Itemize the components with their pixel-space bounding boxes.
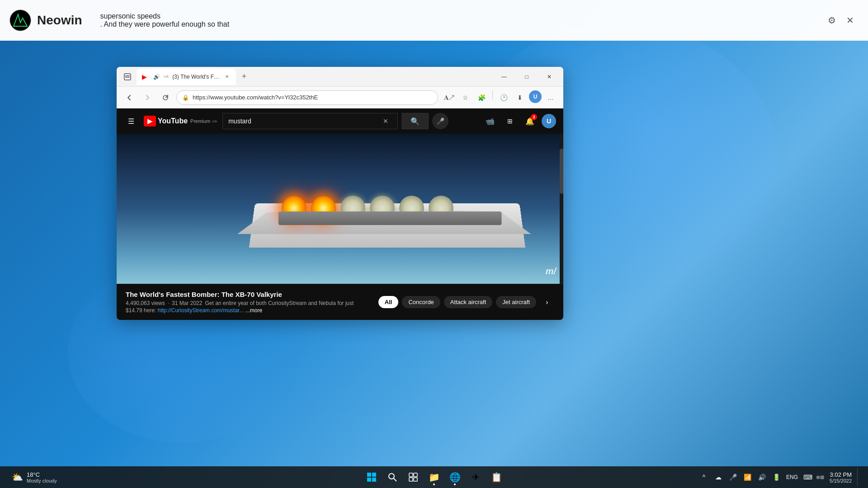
- youtube-apps-button[interactable]: ⊞: [502, 113, 518, 129]
- video-player[interactable]: m/: [117, 134, 563, 284]
- minimize-button[interactable]: —: [494, 69, 514, 85]
- search-button[interactable]: [383, 468, 401, 486]
- youtube-user-avatar[interactable]: U: [542, 114, 556, 128]
- svg-rect-2: [125, 75, 130, 76]
- notification-content: supersonic speeds . And they were powerf…: [100, 12, 823, 28]
- task-view-button[interactable]: [404, 468, 422, 486]
- system-tray: ^ ☁ 🎤 📶 🔊 🔋 ENG ⌨ ⊕⊠: [698, 471, 824, 483]
- search-clear-button[interactable]: ✕: [379, 117, 392, 125]
- tray-volume-icon[interactable]: 🔊: [755, 471, 768, 483]
- pill-concorde[interactable]: Concorde: [402, 296, 440, 308]
- notification-line2: . And they were powerful enough so that: [100, 20, 823, 28]
- ua-badge: UA: [164, 75, 169, 79]
- show-desktop-button[interactable]: [857, 468, 861, 486]
- svg-rect-7: [372, 478, 376, 482]
- extra-icons: ⊕⊠: [816, 474, 824, 480]
- windows-logo-icon: [367, 472, 377, 482]
- category-pills: All Concorde Attack aircraft Jet aircraf…: [378, 295, 554, 310]
- pill-all[interactable]: All: [378, 296, 399, 308]
- neowin-logo-icon: [9, 9, 32, 32]
- weather-temperature: 18°C: [27, 471, 57, 478]
- weather-info: 18°C Mostly cloudy: [27, 471, 57, 483]
- url-bar[interactable]: 🔒 https://www.youtube.com/watch?v=Yl32c3…: [176, 90, 438, 105]
- pills-next-arrow[interactable]: ›: [540, 295, 554, 310]
- tray-mic-icon[interactable]: 🎤: [726, 471, 739, 483]
- tab-close-button[interactable]: ✕: [223, 73, 231, 80]
- history-button[interactable]: 🕐: [496, 90, 511, 105]
- weather-widget[interactable]: ⛅ 18°C Mostly cloudy: [7, 469, 61, 485]
- taskbar-left: ⛅ 18°C Mostly cloudy: [7, 469, 61, 485]
- profile-avatar[interactable]: U: [529, 90, 542, 103]
- telegram-icon: ✈: [472, 472, 480, 483]
- youtube-search-input[interactable]: [228, 117, 379, 125]
- notification-close-button[interactable]: ✕: [841, 11, 859, 29]
- more-button[interactable]: ...more: [245, 307, 262, 314]
- youtube-search-bar[interactable]: ✕: [222, 113, 398, 129]
- video-scrollbar[interactable]: [560, 134, 563, 284]
- active-tab[interactable]: ▶ 🔊 UA (3) The World's Fastest Bom... ✕: [137, 69, 236, 85]
- tray-chevron-button[interactable]: ^: [698, 471, 710, 483]
- svg-rect-10: [409, 473, 413, 477]
- youtube-content: ☰ ▶ YouTube Premium UA ✕ 🔍 🎤 📹: [117, 108, 563, 320]
- video-desc-link[interactable]: http://CuriosityStream.com/mustar...: [158, 307, 244, 314]
- youtube-logo[interactable]: ▶ YouTube Premium UA: [144, 116, 217, 127]
- read-aloud-button[interactable]: 𝐀↗: [442, 90, 456, 105]
- maximize-button[interactable]: □: [516, 69, 537, 85]
- svg-rect-12: [409, 478, 413, 481]
- edge-button[interactable]: 🌐: [446, 468, 464, 486]
- file-explorer-button[interactable]: 📁: [425, 468, 443, 486]
- keyboard-layout-indicator[interactable]: ENG: [784, 474, 800, 480]
- browser-title-bar: ▶ 🔊 UA (3) The World's Fastest Bom... ✕ …: [117, 67, 563, 87]
- favorites-button[interactable]: ☆: [458, 90, 472, 105]
- toolbar-divider: [492, 90, 493, 99]
- neowin-logo[interactable]: Neowin: [9, 9, 82, 32]
- start-button[interactable]: [363, 468, 381, 486]
- youtube-logo-icon: ▶: [144, 116, 156, 127]
- tray-keyboard-icon[interactable]: ⌨: [802, 471, 814, 483]
- notification-settings-button[interactable]: ⚙: [823, 11, 841, 29]
- video-views: 4,490,063 views: [126, 300, 165, 306]
- video-meta: 4,490,063 views · 31 Mar 2022 Get an ent…: [126, 300, 378, 306]
- close-button[interactable]: ✕: [539, 69, 560, 85]
- downloads-button[interactable]: ⬇: [513, 90, 527, 105]
- svg-point-0: [10, 10, 31, 31]
- video-title: The World's Fastest Bomber: The XB-70 Va…: [126, 291, 378, 298]
- clock-time: 3:02 PM: [830, 471, 852, 478]
- tab-switcher-button[interactable]: [120, 70, 135, 84]
- tab-audio-icon: 🔊: [153, 73, 160, 80]
- video-scrollbar-thumb[interactable]: [560, 149, 563, 194]
- telegram-button[interactable]: ✈: [467, 468, 485, 486]
- browser-actions: 𝐀↗ ☆ 🧩 🕐 ⬇ U …: [442, 90, 558, 105]
- video-desc-inline: Get an entire year of both CuriosityStre…: [205, 300, 354, 306]
- tray-battery-icon[interactable]: 🔋: [770, 471, 783, 483]
- youtube-search-button[interactable]: 🔍: [401, 113, 429, 129]
- tray-network-icon[interactable]: 📶: [741, 471, 754, 483]
- youtube-premium-label: Premium: [190, 118, 210, 124]
- extensions-button[interactable]: 🧩: [474, 90, 489, 105]
- browser-window: ▶ 🔊 UA (3) The World's Fastest Bom... ✕ …: [117, 67, 563, 320]
- clock-date: 5/15/2022: [830, 478, 852, 483]
- back-button[interactable]: [122, 90, 137, 105]
- youtube-main-area: m/ The World's Fastest Bomber: The XB-70…: [117, 134, 563, 320]
- forward-button[interactable]: [140, 90, 155, 105]
- app-5-icon: 📋: [491, 472, 502, 483]
- more-menu-button[interactable]: …: [543, 90, 558, 105]
- tray-cloud-icon[interactable]: ☁: [712, 471, 725, 483]
- desktop: Neowin supersonic speeds . And they were…: [0, 0, 868, 488]
- pill-jet-aircraft[interactable]: Jet aircraft: [496, 296, 536, 308]
- youtube-notifications-button[interactable]: 🔔 3: [522, 113, 538, 129]
- tab-title: (3) The World's Fastest Bom...: [172, 74, 220, 80]
- youtube-mic-button[interactable]: 🎤: [432, 113, 448, 129]
- system-clock[interactable]: 3:02 PM 5/15/2022: [827, 470, 854, 484]
- app-button-5[interactable]: 📋: [487, 468, 505, 486]
- youtube-create-button[interactable]: 📹: [482, 113, 498, 129]
- new-tab-button[interactable]: +: [237, 70, 251, 84]
- svg-point-8: [389, 474, 394, 479]
- taskbar-center: 📁 🌐 ✈ 📋: [363, 468, 505, 486]
- yt-menu-button[interactable]: ☰: [124, 114, 138, 128]
- pill-attack-aircraft[interactable]: Attack aircraft: [444, 296, 492, 308]
- taskbar: ⛅ 18°C Mostly cloudy: [0, 466, 868, 488]
- refresh-button[interactable]: [158, 90, 173, 105]
- tab-bar: ▶ 🔊 UA (3) The World's Fastest Bom... ✕ …: [137, 69, 490, 85]
- back-icon: [126, 94, 133, 101]
